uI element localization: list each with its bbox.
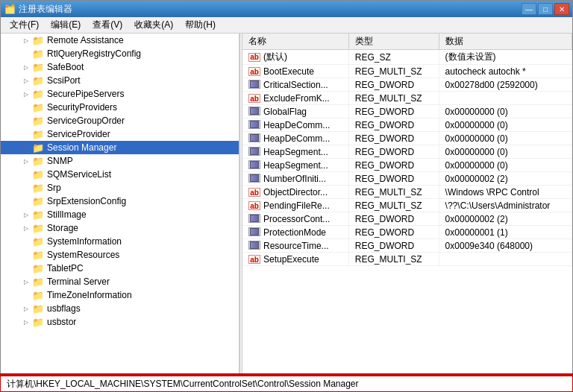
folder-icon: 📁 [32,303,44,314]
reg-name-text: HeapSegment... [263,147,328,157]
tree-item-label: Terminal Server [47,276,110,287]
tree-item[interactable]: 📁TimeZoneInformation [1,288,239,302]
tree-item[interactable]: ▷📁SNMP [1,154,239,168]
tree-item[interactable]: ▷📁Storage [1,221,239,235]
table-row[interactable]: abObjectDirector...REG_MULTI_SZ\Windows … [242,186,572,199]
table-row[interactable]: GlobalFlagREG_DWORD0x00000000 (0) [242,105,572,118]
reg-name-text: ObjectDirector... [263,187,328,197]
window-title: 注册表编辑器 [19,3,522,16]
tree-item[interactable]: ▷📁Session Manager [1,141,239,154]
tree-item[interactable]: 📁SQMServiceList [1,168,239,181]
type-icon [248,107,260,116]
expand-arrow-icon: ▷ [22,36,31,45]
expand-arrow-icon [22,291,31,300]
tree-item[interactable]: ▷📁usbflags [1,302,239,315]
reg-name-cell: abObjectDirector... [242,186,348,199]
reg-type-cell: REG_DWORD [348,159,439,172]
tree-item[interactable]: 📁SrpExtensionConfig [1,195,239,208]
table-row[interactable]: abSetupExecuteREG_MULTI_SZ [242,253,572,266]
menu-favorites[interactable]: 收藏夹(A) [128,17,179,33]
reg-type-cell: REG_DWORD [348,172,439,186]
expand-arrow-icon: ▷ [22,317,31,326]
reg-name-cell: GlobalFlag [242,105,348,118]
table-row[interactable]: HeapDeComm...REG_DWORD0x00000000 (0) [242,118,572,132]
folder-icon: 📁 [32,236,44,247]
tree-item[interactable]: 📁SystemResources [1,248,239,262]
maximize-button[interactable]: □ [538,3,553,15]
reg-data-cell [439,92,572,105]
reg-data-cell: autocheck autochk * [439,65,572,78]
tree-item[interactable]: ▷📁SafeBoot [1,60,239,74]
reg-name-cell: HeapSegment... [242,159,348,172]
status-bar: 计算机\HKEY_LOCAL_MACHINE\SYSTEM\CurrentCon… [1,375,572,391]
table-row[interactable]: ab(默认)REG_SZ(数值未设置) [242,50,572,65]
table-row[interactable]: ResourceTime...REG_DWORD0x0009e340 (6480… [242,239,572,253]
reg-name-cell: ProtectionMode [242,226,348,239]
tree-item[interactable]: ▷📁StillImage [1,208,239,221]
reg-data-cell [439,253,572,266]
tree-item-label: usbflags [47,303,81,314]
tree-item[interactable]: 📁ServiceProvider [1,127,239,141]
tree-item[interactable]: 📁SecurityProviders [1,101,239,114]
expand-arrow-icon: ▷ [22,224,31,233]
table-row[interactable]: HeapSegment...REG_DWORD0x00000000 (0) [242,159,572,172]
col-type-header[interactable]: 类型 [348,34,439,50]
tree-pane[interactable]: ▷📁Remote Assistance📁RtlQueryRegistryConf… [1,34,239,375]
tree-item-label: SrpExtensionConfig [47,196,126,206]
tree-item-label: SafeBoot [47,62,84,72]
table-row[interactable]: ProcessorCont...REG_DWORD0x00000002 (2) [242,212,572,226]
table-row[interactable]: abBootExecuteREG_MULTI_SZautocheck autoc… [242,65,572,78]
reg-name-cell: HeapDeComm... [242,118,348,132]
type-icon: ab [248,53,260,62]
folder-icon: 📁 [32,116,44,126]
tree-item-label: SecurityProviders [47,102,117,113]
expand-arrow-icon [22,197,31,206]
menu-view[interactable]: 查看(V) [87,17,128,33]
reg-type-cell: REG_MULTI_SZ [348,92,439,105]
reg-name-text: BootExecute [263,66,314,77]
table-row[interactable]: NumberOfIniti...REG_DWORD0x00000002 (2) [242,172,572,186]
tree-item[interactable]: 📁SystemInformation [1,235,239,248]
reg-type-cell: REG_DWORD [348,105,439,118]
tree-item[interactable]: ▷📁ScsiPort [1,74,239,87]
minimize-button[interactable]: — [522,3,536,15]
menu-file[interactable]: 文件(F) [4,17,45,33]
tree-item[interactable]: 📁TabletPC [1,262,239,275]
table-row[interactable]: ProtectionModeREG_DWORD0x00000001 (1) [242,226,572,239]
tree-item[interactable]: ▷📁Terminal Server [1,275,239,288]
table-row[interactable]: abExcludeFromK...REG_MULTI_SZ [242,92,572,105]
menu-help[interactable]: 帮助(H) [179,17,222,33]
tree-item[interactable]: ▷📁Remote Assistance [1,34,239,47]
reg-name-cell: ab(默认) [242,50,348,65]
tree-item-label: SNMP [47,156,73,166]
col-name-header[interactable]: 名称 [242,34,348,50]
tree-item[interactable]: 📁RtlQueryRegistryConfig [1,47,239,60]
reg-data-cell: 0x00000000 (0) [439,159,572,172]
tree-item-label: RtlQueryRegistryConfig [47,48,141,59]
tree-item[interactable]: ▷📁SecurePipeServers [1,87,239,101]
reg-name-text: NumberOfIniti... [263,174,326,184]
type-icon [248,227,260,236]
tree-item[interactable]: 📁ServiceGroupOrder [1,114,239,127]
tree-item-label: ServiceGroupOrder [47,116,125,126]
tree-item[interactable]: ▷📁usbstor [1,315,239,329]
tree-item-label: SecurePipeServers [47,89,124,99]
folder-icon: 📁 [32,75,44,86]
close-button[interactable]: ✕ [554,3,569,15]
table-row[interactable]: HeapSegment...REG_DWORD0x00000000 (0) [242,145,572,159]
reg-name-cell: abExcludeFromK... [242,92,348,105]
table-row[interactable]: CriticalSection...REG_DWORD0x00278d00 (2… [242,78,572,92]
reg-name-text: ResourceTime... [263,241,329,251]
tree-item[interactable]: 📁Srp [1,181,239,195]
expand-arrow-icon: ▷ [22,304,31,313]
reg-type-cell: REG_DWORD [348,239,439,253]
col-data-header[interactable]: 数据 [439,34,572,50]
type-icon [248,133,260,142]
folder-icon: 📁 [32,129,44,139]
type-icon: ab [248,94,260,103]
folder-icon: 📁 [32,169,44,180]
menu-edit[interactable]: 编辑(E) [45,17,87,33]
table-row[interactable]: abPendingFileRe...REG_MULTI_SZ\??\C:\Use… [242,199,572,212]
window-icon: 🗂️ [4,3,16,15]
table-row[interactable]: HeapDeComm...REG_DWORD0x00000000 (0) [242,132,572,145]
